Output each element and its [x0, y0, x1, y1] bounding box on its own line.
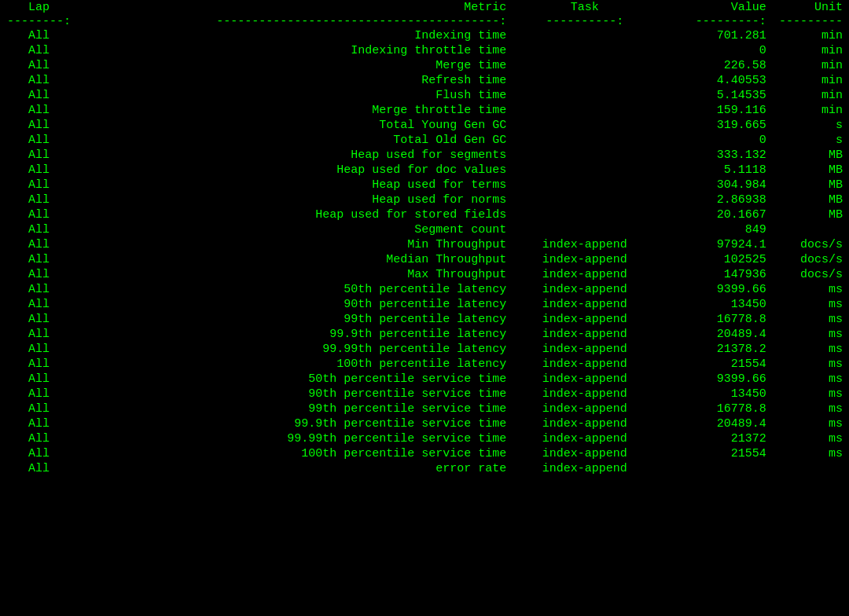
table-row: Allerror rateindex-append — [0, 461, 849, 476]
unit-cell: ms — [771, 327, 849, 342]
table-row: All100th percentile service timeindex-ap… — [0, 446, 849, 461]
table-row: All100th percentile latencyindex-append2… — [0, 357, 849, 372]
table-row: All90th percentile service timeindex-app… — [0, 387, 849, 402]
value-cell: 5.14535 — [659, 88, 771, 103]
unit-cell: docs/s — [771, 237, 849, 252]
metric-cell: Indexing throttle time — [78, 43, 511, 58]
unit-cell: ms — [771, 372, 849, 387]
lap-cell: All — [0, 73, 78, 88]
value-cell: 701.281 — [659, 28, 771, 43]
lap-cell: All — [0, 357, 78, 372]
metric-cell: 99.9th percentile latency — [78, 327, 511, 342]
metric-cell: 90th percentile latency — [78, 297, 511, 312]
lap-cell: All — [0, 103, 78, 118]
metric-cell: 99.9th percentile service time — [78, 416, 511, 431]
metric-cell: 100th percentile latency — [78, 357, 511, 372]
task-cell — [511, 178, 658, 192]
metric-cell: Merge time — [78, 58, 511, 73]
lap-cell: All — [0, 118, 78, 133]
unit-cell: ms — [771, 282, 849, 297]
task-cell — [511, 133, 658, 148]
table-row: All50th percentile service timeindex-app… — [0, 372, 849, 387]
lap-cell: All — [0, 148, 78, 163]
metric-cell: error rate — [78, 461, 511, 476]
value-cell: 226.58 — [659, 58, 771, 73]
metric-cell: 50th percentile service time — [78, 372, 511, 387]
metric-cell: Refresh time — [78, 73, 511, 88]
task-cell — [511, 148, 658, 163]
unit-cell: MB — [771, 148, 849, 163]
table-row: AllMax Throughputindex-append147936docs/… — [0, 267, 849, 282]
unit-cell: ms — [771, 357, 849, 372]
value-cell: 21378.2 — [659, 342, 771, 357]
table-row: AllHeap used for doc values5.1118MB — [0, 163, 849, 178]
metric-cell: Segment count — [78, 222, 511, 237]
value-cell: 21372 — [659, 431, 771, 446]
lap-cell: All — [0, 178, 78, 192]
table-row: All99th percentile latencyindex-append16… — [0, 312, 849, 327]
unit-cell: MB — [771, 178, 849, 192]
unit-cell: ms — [771, 297, 849, 312]
table-row: All99.9th percentile latencyindex-append… — [0, 327, 849, 342]
table-row: AllHeap used for segments333.132MB — [0, 148, 849, 163]
sep-lap: --------: — [0, 15, 78, 28]
lap-cell: All — [0, 252, 78, 267]
metric-cell: Flush time — [78, 88, 511, 103]
metric-cell: Heap used for norms — [78, 192, 511, 207]
metric-cell: Total Young Gen GC — [78, 118, 511, 133]
lap-cell: All — [0, 237, 78, 252]
value-cell: 319.665 — [659, 118, 771, 133]
lap-cell: All — [0, 222, 78, 237]
table-row: AllRefresh time4.40553min — [0, 73, 849, 88]
table-row: AllTotal Old Gen GC0s — [0, 133, 849, 148]
task-cell: index-append — [511, 372, 658, 387]
value-cell: 333.132 — [659, 148, 771, 163]
unit-cell: ms — [771, 416, 849, 431]
table-row: AllSegment count849 — [0, 222, 849, 237]
value-cell: 849 — [659, 222, 771, 237]
metric-cell: Min Throughput — [78, 237, 511, 252]
sep-task: ----------: — [511, 15, 658, 28]
value-header: Value — [659, 0, 771, 15]
value-cell — [659, 461, 771, 476]
table-row: AllHeap used for norms2.86938MB — [0, 192, 849, 207]
sep-metric: ----------------------------------------… — [78, 15, 511, 28]
unit-cell: MB — [771, 163, 849, 178]
task-cell — [511, 207, 658, 222]
value-cell: 304.984 — [659, 178, 771, 192]
separator-row: --------: ------------------------------… — [0, 15, 849, 28]
task-cell — [511, 73, 658, 88]
lap-cell: All — [0, 192, 78, 207]
task-cell — [511, 163, 658, 178]
task-cell: index-append — [511, 357, 658, 372]
lap-cell: All — [0, 431, 78, 446]
value-cell: 16778.8 — [659, 402, 771, 416]
metric-cell: Heap used for stored fields — [78, 207, 511, 222]
lap-cell: All — [0, 163, 78, 178]
value-cell: 2.86938 — [659, 192, 771, 207]
lap-cell: All — [0, 58, 78, 73]
table-row: AllFlush time5.14535min — [0, 88, 849, 103]
task-cell — [511, 192, 658, 207]
unit-cell: min — [771, 88, 849, 103]
lap-cell: All — [0, 282, 78, 297]
metric-cell: 90th percentile service time — [78, 387, 511, 402]
metric-cell: Heap used for doc values — [78, 163, 511, 178]
lap-cell: All — [0, 267, 78, 282]
metric-cell: Heap used for segments — [78, 148, 511, 163]
lap-cell: All — [0, 43, 78, 58]
lap-cell: All — [0, 416, 78, 431]
lap-cell: All — [0, 446, 78, 461]
unit-cell: ms — [771, 402, 849, 416]
lap-cell: All — [0, 133, 78, 148]
lap-cell: All — [0, 207, 78, 222]
unit-header: Unit — [771, 0, 849, 15]
header-row: Lap Metric Task Value Unit — [0, 0, 849, 15]
metric-cell: 99th percentile service time — [78, 402, 511, 416]
value-cell: 147936 — [659, 267, 771, 282]
task-cell: index-append — [511, 297, 658, 312]
unit-cell: ms — [771, 446, 849, 461]
unit-cell: min — [771, 58, 849, 73]
lap-cell: All — [0, 297, 78, 312]
task-cell: index-append — [511, 342, 658, 357]
